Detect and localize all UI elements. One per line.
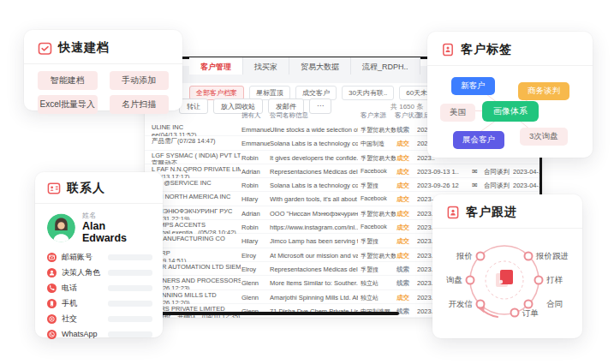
field-placeholder <box>108 301 152 307</box>
status-badge: 成交 <box>396 154 417 163</box>
source-cell: 孚盟搜 <box>361 182 396 190</box>
description-cell: Uline stocks a wide selection of... <box>270 126 358 134</box>
followup-flow-diagram: 报价 报价跟进 询盘 打样 开发信 合同 订单 <box>432 230 582 331</box>
excel-import-button[interactable]: Excel批量导入 <box>38 95 98 114</box>
company-link[interactable]: LGF SYSMAC ( INDIA) PVT LTD <box>152 152 241 159</box>
total-count: 共 1650 条 <box>390 102 423 111</box>
status-badge: 成交 <box>396 195 417 204</box>
contact-field-role: 决策人角色 <box>35 265 163 280</box>
tab-customer-management[interactable]: 客户管理 <box>189 57 243 75</box>
stage-date-cell: 2023-04-14 16:.. <box>513 182 540 189</box>
owner-cell: Hilary <box>241 237 270 245</box>
field-placeholder <box>108 331 152 337</box>
owner-cell: Elroy <box>241 252 270 260</box>
customer-tag[interactable]: 3次询盘 <box>520 128 568 146</box>
company-link[interactable]: PINNERS AND PROCESSORS <box>152 277 241 284</box>
description-cell: Jimco Lamp has been serving t... <box>270 237 358 245</box>
flow-step-inquiry: 询盘 <box>439 275 462 286</box>
company-link[interactable]: & MANUFACTURING CO <box>152 235 241 242</box>
company-link[interactable]: CORP <box>152 249 241 257</box>
contact-field-whatsapp: WhatsApp <box>35 327 163 341</box>
source-cell: Facebook <box>361 224 396 230</box>
mobile-icon <box>47 299 57 308</box>
status-badge: 成交 <box>396 210 417 218</box>
source-cell: 独立站 <box>361 279 396 288</box>
description-cell: At Microsoft our mission and va... <box>270 252 358 260</box>
tag-cloud: 新客户 商务谈判 美国 画像体系 展会客户 3次询盘 <box>427 66 593 152</box>
contact-name: Alan Edwards <box>82 220 151 244</box>
field-label: WhatsApp <box>62 330 98 338</box>
contact-title: 联系人 <box>67 181 105 196</box>
field-label: 邮箱账号 <box>62 252 92 263</box>
company-link[interactable]: SPINNING MILLS LTD <box>152 291 241 299</box>
owner-cell: Glenn <box>241 294 270 301</box>
company-cell: & MANUFACTURING CO <box>152 235 241 248</box>
company-link[interactable]: WER AUTOMATION LTD SIEME <box>152 263 241 271</box>
company-subtext: ee(04/13 11:52) <box>152 131 241 136</box>
header-owner[interactable]: 拥有人 <box>241 111 261 120</box>
company-subtext: 官网动态 <box>152 159 241 164</box>
company-link[interactable]: IGN NORTH AMERICA INC <box>152 193 241 200</box>
company-link[interactable]: IES @SERVICE INC <box>152 179 241 187</box>
owner-cell: Hilary <box>241 195 270 203</box>
mail-icon[interactable]: ✉ <box>472 182 481 189</box>
stage-cell: 合同谈判 <box>484 182 513 190</box>
source-cell: 孚盟贸易大数据 <box>361 154 396 163</box>
description-cell: Solana Labs is a technology co... <box>270 182 358 189</box>
manual-add-button[interactable]: 手动添加 <box>110 71 170 90</box>
customer-tag[interactable]: 新客户 <box>451 77 495 95</box>
table-row[interactable]: IES @SERVICE INC Robin Solana Labs is a … <box>145 178 540 192</box>
company-link[interactable]: Н МЭНЮФЭКЧУРИНГ РУС <box>152 207 241 215</box>
description-cell: ООО "Ниссан Мэнюфэкчуринг... <box>270 210 358 218</box>
card-scan-button[interactable]: 名片扫描 <box>110 95 170 114</box>
field-label: 手机 <box>62 298 77 309</box>
source-cell: 独立站 <box>361 294 396 302</box>
tab-find-buyers[interactable]: 找买家 <box>243 57 289 75</box>
company-link[interactable]: ULINE INC <box>152 123 241 131</box>
company-subtext: (10/26 12:23) <box>152 284 241 289</box>
customer-tag[interactable]: 商务谈判 <box>518 82 569 100</box>
company-cell: SPINNING MILLS LTD (10/26 12:20) <box>152 291 241 304</box>
stage-cell: 合同谈判 <box>484 168 513 176</box>
status-badge: 成交 <box>396 237 417 246</box>
tab-process[interactable]: 流程_RDPH.. <box>351 57 420 75</box>
owner-cell: Glenn <box>241 279 270 287</box>
company-link[interactable]: LAMPS ACCENTS <box>152 221 241 229</box>
company-cell: Н МЭНЮФЭКЧУРИНГ РУС (03/31 22:19) <box>152 207 241 220</box>
mail-icon[interactable]: ✉ <box>472 168 481 176</box>
smart-create-button[interactable]: 智能建档 <box>38 71 98 90</box>
flow-step-dev-letter: 开发信 <box>439 299 473 310</box>
status-badge: 成交 <box>396 224 417 232</box>
description-cell: https://www.instagram.com/inl... <box>270 224 358 231</box>
flow-step-quote-followup: 报价跟进 <box>536 251 569 262</box>
description-cell: Amarjothi Spinning Mills Ltd. Ab... <box>270 294 358 301</box>
description-cell: Representaciones Médicas del ... <box>270 266 358 273</box>
description-cell: Representaciones Médicas del ... <box>270 168 358 176</box>
horizontal-scrollbar[interactable] <box>160 312 399 315</box>
owner-cell: Robin <box>241 154 270 162</box>
person-badge-icon <box>446 206 460 219</box>
filter-chip-30d[interactable]: 30天内有联.. <box>342 86 394 100</box>
sort-icon[interactable]: ⇅ <box>270 111 275 118</box>
field-placeholder <box>108 254 152 260</box>
flow-step-quote: 报价 <box>444 251 473 262</box>
company-cell: PINNERS AND PROCESSORS (10/26 12:23) <box>152 277 241 289</box>
company-cell: IGN NORTH AMERICA INC <box>152 193 241 206</box>
description-cell: More Items Similar to: Souther... <box>270 279 358 287</box>
customer-followup-title: 客户跟进 <box>466 205 517 220</box>
customer-tag[interactable]: 画像体系 <box>482 101 539 122</box>
description-cell: Solana Labs is a technology co... <box>270 140 358 147</box>
contact-card: 联系人 姓名 Alan Edwards 邮箱账号 决策人角色 <box>35 172 163 337</box>
tab-trade-data[interactable]: 贸易大数据 <box>289 57 351 75</box>
company-link[interactable]: L FAF N.N.QPRO PRIVATE LIMITED <box>152 165 241 173</box>
company-cell: 产品需厂(07/28 14:47) <box>152 137 241 150</box>
contact-field-email: 邮箱账号 <box>35 249 163 265</box>
status-badge: 成交 <box>396 168 417 176</box>
customer-tag[interactable]: 美国 <box>440 104 475 122</box>
stage-date-cell: 2023-04-14 17:.. <box>513 168 540 176</box>
contact-field-social: 社交 <box>35 312 163 327</box>
customer-tag[interactable]: 展会客户 <box>453 131 504 149</box>
table-row[interactable]: L FAF N.N.QPRO PRIVATE LIMITED (04/13 17… <box>145 164 540 178</box>
customer-tags-card: 客户标签 新客户 商务谈判 美国 画像体系 展会客户 3次询盘 <box>427 32 593 158</box>
header-source[interactable]: 客户来源 <box>361 111 386 120</box>
